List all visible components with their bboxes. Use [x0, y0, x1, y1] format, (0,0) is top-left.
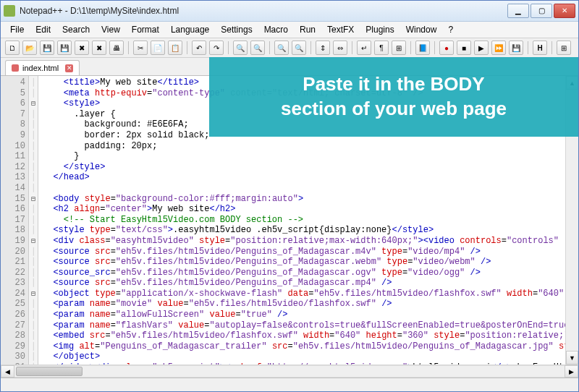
toolbar: 🗋 📂 💾 💾 ✖ ✖ 🖶 ✂ 📄 📋 ↶ ↷ 🔍 🔍 🔍 🔍 ⇕ ⇔ ↵ ¶ …	[1, 38, 578, 58]
hscroll-thumb[interactable]	[16, 367, 83, 376]
stop-macro-icon[interactable]: ■	[457, 41, 471, 55]
menu-edit[interactable]: Edit	[30, 23, 56, 36]
tab-index-html[interactable]: index.html ✕	[5, 60, 80, 75]
fold-gutter[interactable]: ││⊟││││││││⊟│││⊟││││⊟││││││││││	[29, 76, 38, 365]
open-file-icon[interactable]: 📂	[22, 41, 37, 55]
statusbar	[1, 378, 578, 391]
editor-area: 4567891011121314151617181920212223242526…	[1, 76, 578, 365]
tab-close-icon[interactable]: ✕	[65, 64, 73, 72]
wordwrap-icon[interactable]: ↵	[357, 41, 371, 55]
app-window: Notepad++ - D:\1\temp\MySite\index.html …	[0, 0, 579, 392]
replace-icon[interactable]: 🔍	[250, 41, 265, 55]
window-title: Notepad++ - D:\1\temp\MySite\index.html	[20, 6, 507, 16]
menu-window[interactable]: Window	[401, 23, 442, 36]
sync-hscroll-icon[interactable]: ⇔	[333, 41, 347, 55]
close-all-icon[interactable]: ✖	[92, 41, 106, 55]
line-number-gutter: 4567891011121314151617181920212223242526…	[1, 76, 29, 365]
menu-plugins[interactable]: Plugins	[360, 23, 399, 36]
run-macro-multi-icon[interactable]: ⏩	[491, 41, 506, 55]
menu-format[interactable]: Format	[127, 23, 164, 36]
file-modified-icon	[12, 64, 19, 72]
minimize-button[interactable]: ▁	[507, 4, 529, 18]
plugin-icon[interactable]: ⊞	[557, 41, 571, 55]
menu-language[interactable]: Language	[166, 23, 214, 36]
undo-icon[interactable]: ↶	[192, 41, 206, 55]
menu-view[interactable]: View	[96, 23, 125, 36]
vertical-scrollbar[interactable]: ▲ ▼	[565, 76, 578, 365]
show-all-chars-icon[interactable]: ¶	[374, 41, 389, 55]
scroll-left-icon[interactable]: ◀	[1, 365, 14, 378]
save-icon[interactable]: 💾	[40, 41, 54, 55]
zoom-in-icon[interactable]: 🔍	[274, 41, 289, 55]
zoom-out-icon[interactable]: 🔍	[292, 41, 306, 55]
menu-run[interactable]: Run	[295, 23, 321, 36]
redo-icon[interactable]: ↷	[209, 41, 224, 55]
save-macro-icon[interactable]: 💾	[509, 41, 523, 55]
app-icon	[4, 5, 15, 17]
menu-help[interactable]: ?	[443, 23, 458, 36]
menu-search[interactable]: Search	[57, 23, 95, 36]
sync-vscroll-icon[interactable]: ⇕	[316, 41, 330, 55]
paste-icon[interactable]: 📋	[168, 41, 182, 55]
close-button[interactable]: ✕	[554, 4, 575, 18]
menu-textfx[interactable]: TextFX	[322, 23, 359, 36]
scroll-down-icon[interactable]: ▼	[566, 351, 578, 365]
print-icon[interactable]: 🖶	[109, 41, 124, 55]
code-content[interactable]: <title>My web site</title> <meta http-eq…	[38, 76, 565, 365]
menu-file[interactable]: File	[5, 23, 29, 36]
tab-label: index.html	[22, 64, 59, 72]
copy-icon[interactable]: 📄	[151, 41, 165, 55]
cut-icon[interactable]: ✂	[133, 41, 148, 55]
horizontal-scrollbar[interactable]: ◀ ▶	[1, 365, 578, 378]
indent-guide-icon[interactable]: ⊞	[392, 41, 406, 55]
find-icon[interactable]: 🔍	[233, 41, 248, 55]
new-file-icon[interactable]: 🗋	[5, 41, 20, 55]
lang-icon[interactable]: 📘	[415, 41, 430, 55]
record-macro-icon[interactable]: ●	[439, 41, 454, 55]
scroll-up-icon[interactable]: ▲	[566, 76, 578, 90]
maximize-button[interactable]: ▢	[531, 4, 552, 18]
bold-icon[interactable]: H	[533, 41, 547, 55]
close-file-icon[interactable]: ✖	[75, 41, 89, 55]
menu-macro[interactable]: Macro	[259, 23, 293, 36]
play-macro-icon[interactable]: ▶	[474, 41, 489, 55]
titlebar: Notepad++ - D:\1\temp\MySite\index.html …	[1, 1, 578, 22]
menu-settings[interactable]: Settings	[216, 23, 257, 36]
tabbar: index.html ✕	[1, 58, 578, 76]
save-all-icon[interactable]: 💾	[57, 41, 72, 55]
scroll-right-icon[interactable]: ▶	[565, 365, 578, 378]
menubar: FileEditSearchViewFormatLanguageSettings…	[1, 22, 578, 38]
